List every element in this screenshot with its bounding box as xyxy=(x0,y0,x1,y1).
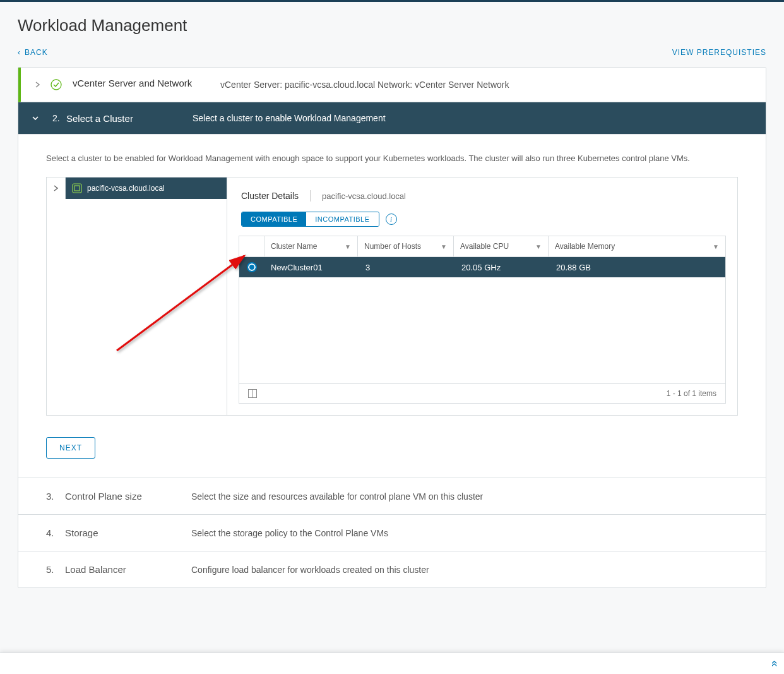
filter-icon[interactable]: ▼ xyxy=(441,243,447,250)
cell-cluster-name: NewCluster01 xyxy=(264,257,359,277)
tree-node-label: pacific-vcsa.cloud.local xyxy=(87,184,165,193)
col-cluster-name-label: Cluster Name xyxy=(271,242,317,251)
step-2-row[interactable]: 2. Select a Cluster Select a cluster to … xyxy=(18,102,766,135)
scroll-top-icon[interactable]: « xyxy=(768,660,781,666)
cluster-details-box: pacific-vcsa.cloud.local Cluster Details… xyxy=(46,177,738,416)
cluster-details-host: pacific-vcsa.cloud.local xyxy=(322,191,406,201)
step-2-number: 2. xyxy=(52,113,66,123)
table-header-row: Cluster Name ▼ Number of Hosts ▼ Availab… xyxy=(239,236,725,257)
filter-icon[interactable]: ▼ xyxy=(713,243,719,250)
svg-point-0 xyxy=(51,80,61,90)
step-3-desc: Select the size and resources available … xyxy=(191,491,483,502)
step-5-row[interactable]: 5. Load Balancer Configure load balancer… xyxy=(18,551,766,587)
step-5-desc: Configure load balancer for workloads cr… xyxy=(191,565,429,575)
table-row[interactable]: NewCluster01 3 20.05 GHz 20.88 GB xyxy=(239,257,725,277)
step-4-row[interactable]: 4. Storage Select the storage policy to … xyxy=(18,514,766,551)
vcenter-tree-panel: pacific-vcsa.cloud.local xyxy=(47,178,227,415)
filter-icon[interactable]: ▼ xyxy=(345,243,351,250)
col-available-memory[interactable]: Available Memory ▼ xyxy=(549,236,725,256)
cell-mem: 20.88 GB xyxy=(550,257,725,277)
column-toggle-icon[interactable] xyxy=(248,389,257,398)
step-5-title: Load Balancer xyxy=(65,564,191,575)
filter-icon[interactable]: ▼ xyxy=(535,243,542,250)
expand-step-1-icon[interactable] xyxy=(32,79,44,90)
table-footer: 1 - 1 of 1 items xyxy=(239,383,726,404)
cell-hosts: 3 xyxy=(359,257,455,277)
step-5-number: 5. xyxy=(46,564,65,575)
col-number-hosts[interactable]: Number of Hosts ▼ xyxy=(358,236,454,256)
step-3-title: Control Plane size xyxy=(65,491,191,502)
step-3-row[interactable]: 3. Control Plane size Select the size an… xyxy=(18,478,766,514)
step-3-number: 3. xyxy=(46,491,65,502)
tree-expand-icon[interactable] xyxy=(47,178,66,199)
compatibility-segment: COMPATIBLE INCOMPATIBLE xyxy=(241,212,379,227)
col-available-cpu-label: Available CPU xyxy=(460,242,509,251)
col-available-memory-label: Available Memory xyxy=(555,242,615,251)
tab-compatible[interactable]: COMPATIBLE xyxy=(242,212,306,226)
step-2-title: Select a Cluster xyxy=(66,113,193,124)
divider xyxy=(310,190,311,202)
next-button[interactable]: NEXT xyxy=(46,437,95,459)
step-4-title: Storage xyxy=(65,527,191,538)
svg-rect-2 xyxy=(74,186,80,191)
bottom-bar: « xyxy=(0,653,784,674)
wizard-container: vCenter Server and Network vCenter Serve… xyxy=(18,67,766,588)
pagination-info: 1 - 1 of 1 items xyxy=(667,389,716,398)
row-radio[interactable] xyxy=(247,262,257,272)
view-prerequisites-link[interactable]: VIEW PREREQUISTIES xyxy=(672,48,766,57)
cluster-table: Cluster Name ▼ Number of Hosts ▼ Availab… xyxy=(239,236,726,383)
collapsed-steps: 3. Control Plane size Select the size an… xyxy=(18,478,766,587)
col-number-hosts-label: Number of Hosts xyxy=(364,242,421,251)
back-label: BACK xyxy=(25,48,48,57)
col-available-cpu[interactable]: Available CPU ▼ xyxy=(454,236,549,256)
tree-node-vcenter[interactable]: pacific-vcsa.cloud.local xyxy=(47,178,227,199)
step-4-number: 4. xyxy=(46,527,65,538)
step-1-title: vCenter Server and Network xyxy=(73,78,218,88)
step-4-desc: Select the storage policy to the Control… xyxy=(191,528,388,538)
check-circle-icon xyxy=(50,78,62,91)
svg-rect-1 xyxy=(73,184,81,193)
step-1-detail-line2: Network: vCenter Server Network xyxy=(377,80,509,90)
col-cluster-name[interactable]: Cluster Name ▼ xyxy=(264,236,358,256)
cluster-details-panel: Cluster Details pacific-vcsa.cloud.local… xyxy=(227,178,737,415)
cell-cpu: 20.05 GHz xyxy=(455,257,550,277)
cluster-details-title: Cluster Details xyxy=(241,191,299,201)
tab-incompatible[interactable]: INCOMPATIBLE xyxy=(306,212,378,226)
step-2-subtitle: Select a cluster to enable Workload Mana… xyxy=(193,113,386,123)
info-icon[interactable]: i xyxy=(386,214,397,225)
collapse-step-2-icon[interactable] xyxy=(30,112,41,124)
page-title: Workload Management xyxy=(0,2,784,47)
col-select xyxy=(239,236,264,256)
step-2-intro: Select a cluster to be enabled for Workl… xyxy=(46,152,738,165)
step-1-detail-line1: vCenter Server: pacific-vcsa.cloud.local xyxy=(220,80,375,90)
vcenter-icon xyxy=(72,183,82,193)
chevron-left-icon: ‹ xyxy=(18,48,21,57)
step-1-row[interactable]: vCenter Server and Network vCenter Serve… xyxy=(18,68,766,102)
back-button[interactable]: ‹ BACK xyxy=(18,48,48,57)
step-2-body: Select a cluster to be enabled for Workl… xyxy=(18,135,766,478)
